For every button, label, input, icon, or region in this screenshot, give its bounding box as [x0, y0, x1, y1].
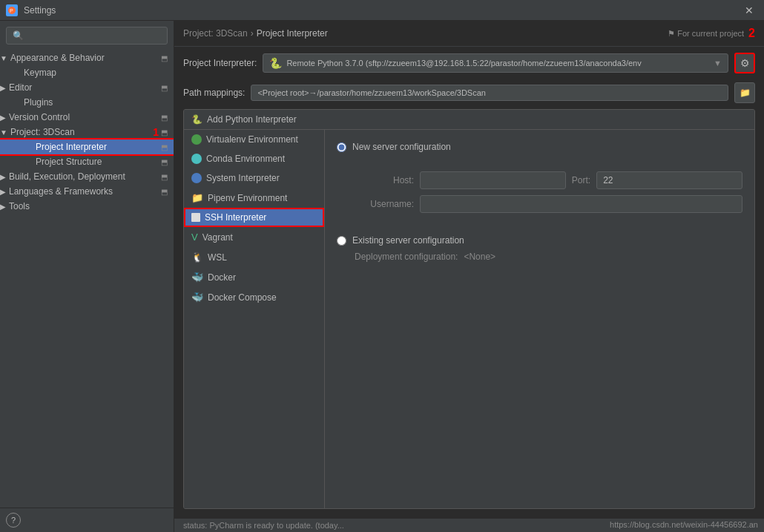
interp-docker[interactable]: 🐳 Docker: [184, 267, 324, 287]
interp-pipenv-label: Pipenv Environment: [208, 193, 287, 203]
add-interp-icon: 🐍: [191, 114, 202, 125]
new-server-option[interactable]: New server configuration: [337, 142, 742, 152]
interp-docker-label: Docker: [208, 272, 236, 283]
badge-icon: ⬒: [161, 128, 168, 137]
interp-ssh-label: SSH Interpreter: [205, 212, 266, 223]
system-icon: [191, 173, 202, 183]
existing-server-radio[interactable]: [337, 236, 346, 246]
interpreter-row: Project Interpreter: 🐍 Remote Python 3.7…: [174, 47, 764, 79]
search-input[interactable]: [27, 30, 161, 41]
existing-server-option[interactable]: Existing server configuration: [337, 235, 742, 246]
badge-icon: ⬒: [161, 114, 168, 122]
radio-group: New server configuration Host: Port: Use…: [337, 142, 742, 262]
arrow-icon: ▶: [0, 114, 6, 122]
host-row: Host: Port:: [355, 171, 742, 189]
sidebar-item-tools[interactable]: ▶ Tools: [0, 199, 174, 214]
title-bar: P Settings ✕: [0, 0, 764, 21]
virtualenv-icon: [191, 134, 202, 145]
add-interpreter-body: Virtualenv Environment Conda Environment…: [184, 130, 754, 508]
interp-docker-compose[interactable]: 🐳 Docker Compose: [184, 287, 324, 307]
sidebar-bottom: ?: [0, 508, 174, 532]
sidebar-item-editor[interactable]: ▶ Editor ⬒: [0, 80, 174, 95]
arrow-icon: ▶: [0, 84, 6, 92]
sidebar-item-project-structure[interactable]: ▶ Project Structure ⬒: [0, 154, 174, 169]
sidebar-item-keymap[interactable]: ▶ Keymap: [0, 65, 174, 80]
gear-button[interactable]: ⚙: [734, 53, 755, 73]
close-button[interactable]: ✕: [740, 3, 758, 18]
badge-icon: ⬒: [161, 54, 168, 62]
sidebar-item-plugins[interactable]: ▶ Plugins: [0, 95, 174, 110]
username-input[interactable]: [420, 195, 742, 213]
interp-wsl[interactable]: 🐧 WSL: [184, 247, 324, 267]
sidebar-item-languages[interactable]: ▶ Languages & Frameworks ⬒: [0, 184, 174, 199]
interp-ssh[interactable]: SSH Interpreter: [184, 208, 324, 227]
new-server-form: Host: Port: Username:: [337, 171, 742, 213]
watermark: https://blog.csdn.net/weixin-44456692.an: [610, 520, 758, 529]
add-interpreter-title: Add Python Interpreter: [207, 114, 297, 125]
arrow-icon: ▼: [0, 54, 7, 62]
vagrant-icon: V: [191, 231, 198, 243]
interp-system[interactable]: System Interpreter: [184, 168, 324, 188]
interpreter-type-list: Virtualenv Environment Conda Environment…: [184, 130, 325, 508]
path-value: <Project root>→/parastor/home/zzueem13/w…: [251, 85, 728, 101]
host-input[interactable]: [420, 171, 566, 189]
conda-icon: [191, 154, 202, 164]
sidebar-item-appearance[interactable]: ▼ Appearance & Behavior ⬒: [0, 50, 174, 65]
interp-virtualenv-label: Virtualenv Environment: [206, 134, 298, 145]
interp-vagrant[interactable]: V Vagrant: [184, 227, 324, 247]
interp-wsl-label: WSL: [208, 252, 227, 263]
new-server-radio[interactable]: [337, 142, 346, 152]
interp-conda[interactable]: Conda Environment: [184, 149, 324, 168]
interp-vagrant-label: Vagrant: [202, 232, 233, 243]
status-text: status: PyCharm is ready to update. (tod…: [183, 521, 344, 530]
path-row: Path mappings: <Project root>→/parastor/…: [174, 79, 764, 109]
interp-pipenv[interactable]: 📁 Pipenv Environment: [184, 188, 324, 208]
new-server-label: New server configuration: [352, 142, 451, 152]
arrow-icon: ▼: [0, 128, 7, 137]
wsl-icon: 🐧: [191, 252, 203, 263]
sidebar-item-project-interpreter[interactable]: ▶ Project Interpreter ⬒: [0, 139, 174, 154]
pipenv-icon: 📁: [191, 192, 203, 203]
search-box[interactable]: 🔍: [6, 27, 168, 45]
sidebar-item-label: Appearance & Behavior: [10, 53, 158, 63]
port-label: Port:: [572, 175, 590, 185]
badge-icon: ⬒: [161, 143, 168, 151]
badge-2-header: 2: [748, 27, 755, 40]
gear-icon: ⚙: [740, 57, 750, 69]
content-area: Project: 3DScan › Project Interpreter ⚑ …: [174, 21, 764, 532]
add-interpreter-panel: 🐍 Add Python Interpreter Virtualenv Envi…: [183, 109, 755, 509]
sidebar-item-label: Languages & Frameworks: [9, 186, 158, 197]
sidebar-item-project[interactable]: ▼ Project: 3DScan ⬒ 1: [0, 125, 174, 139]
interpreter-config: New server configuration Host: Port: Use…: [325, 130, 754, 508]
path-label: Path mappings:: [183, 88, 245, 98]
add-interpreter-header: 🐍 Add Python Interpreter: [184, 110, 754, 130]
sidebar: 🔍 ▼ Appearance & Behavior ⬒ ▶ Keymap ▶ E…: [0, 21, 174, 532]
sidebar-item-version-control[interactable]: ▶ Version Control ⬒: [0, 110, 174, 125]
folder-icon: 📁: [740, 88, 751, 98]
for-current-label: ⚑ For current project: [668, 29, 744, 39]
interpreter-dropdown[interactable]: 🐍 Remote Python 3.7.0 (sftp://zzueem13@1…: [263, 53, 728, 73]
existing-server-label: Existing server configuration: [352, 235, 464, 246]
sidebar-item-label: Tools: [9, 201, 168, 211]
port-input[interactable]: [596, 171, 742, 189]
breadcrumb: Project: 3DScan › Project Interpreter: [183, 28, 328, 39]
sidebar-item-label: Project Structure: [36, 157, 158, 167]
arrow-icon: ▶: [0, 188, 6, 196]
badge-icon: ⬒: [161, 158, 168, 166]
sidebar-item-label: Build, Execution, Deployment: [9, 171, 158, 182]
badge-icon: ⬒: [161, 188, 168, 196]
interpreter-value: Remote Python 3.7.0 (sftp://zzueem13@192…: [286, 59, 711, 68]
deployment-row: Deployment configuration: <None>: [337, 252, 742, 262]
badge-icon: ⬒: [161, 173, 168, 181]
folder-button[interactable]: 📁: [734, 82, 755, 103]
app-icon: P: [6, 4, 18, 16]
interp-docker-compose-label: Docker Compose: [208, 292, 277, 303]
breadcrumb-project: Project: 3DScan: [183, 28, 248, 39]
sidebar-item-label: Plugins: [24, 97, 168, 108]
sidebar-item-build[interactable]: ▶ Build, Execution, Deployment ⬒: [0, 169, 174, 184]
help-button[interactable]: ?: [6, 513, 21, 528]
caret-icon: ▼: [714, 59, 722, 68]
badge-icon: ⬒: [161, 84, 168, 92]
interp-virtualenv[interactable]: Virtualenv Environment: [184, 130, 324, 149]
search-icon: 🔍: [13, 30, 24, 41]
